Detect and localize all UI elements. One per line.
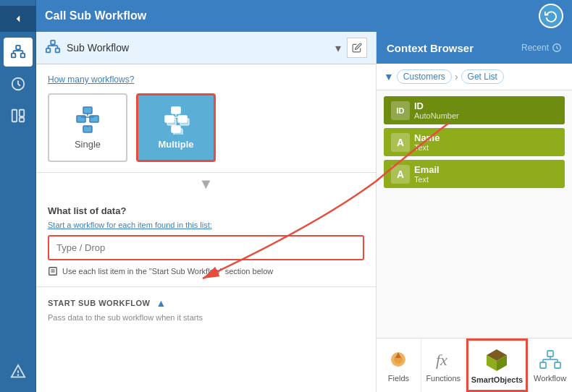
context-recent[interactable]: Recent bbox=[521, 43, 562, 53]
start-sub-header: START SUB WORKFLOW ▲ bbox=[48, 297, 364, 309]
context-item-id[interactable]: ID ID AutoNumber bbox=[384, 96, 565, 124]
svg-rect-25 bbox=[83, 107, 92, 114]
breadcrumb: ▼ Customers › Get List bbox=[377, 64, 572, 90]
name-icon: A bbox=[391, 133, 410, 152]
how-many-section: How many workflows? bbox=[36, 64, 376, 173]
start-sub-desc: Pass data to the sub workflow when it st… bbox=[48, 313, 364, 322]
id-icon: ID bbox=[391, 101, 410, 120]
single-label: Single bbox=[75, 139, 101, 150]
page-title: Call Sub Workflow bbox=[45, 9, 146, 22]
breadcrumb-arrow[interactable]: ▼ bbox=[384, 71, 394, 82]
sidebar-item-workflow[interactable] bbox=[4, 38, 33, 67]
svg-rect-39 bbox=[167, 119, 176, 125]
down-arrow: ▼ bbox=[36, 173, 376, 195]
what-list-section: What list of data? Start a workflow for … bbox=[36, 195, 376, 287]
svg-rect-2 bbox=[20, 54, 24, 58]
start-sub-title: START SUB WORKFLOW bbox=[48, 299, 150, 307]
multiple-label: Multiple bbox=[158, 139, 193, 150]
sub-workflow-edit-button[interactable] bbox=[347, 38, 367, 58]
use-each-note: Use each list item in the "Start Sub Wor… bbox=[48, 266, 364, 276]
toolbar-fields[interactable]: Fields bbox=[377, 338, 421, 392]
single-option[interactable]: Single bbox=[48, 93, 127, 162]
svg-rect-1 bbox=[16, 46, 20, 50]
multiple-option[interactable]: Multiple bbox=[136, 93, 216, 162]
svg-rect-10 bbox=[19, 110, 23, 116]
fields-label: Fields bbox=[388, 374, 409, 383]
svg-rect-41 bbox=[49, 268, 57, 276]
sidebar bbox=[0, 0, 36, 392]
id-field-type: AutoNumber bbox=[414, 111, 459, 120]
context-item-name[interactable]: A Name Text bbox=[384, 128, 565, 156]
left-panel: Sub Workflow ▾ How many workflows? bbox=[36, 32, 377, 392]
svg-rect-40 bbox=[180, 119, 189, 125]
breadcrumb-getlist[interactable]: Get List bbox=[461, 69, 504, 84]
sidebar-item-clock[interactable] bbox=[4, 69, 33, 98]
svg-rect-54 bbox=[555, 362, 560, 368]
id-field-name: ID bbox=[414, 101, 459, 111]
sidebar-toggle[interactable] bbox=[0, 6, 36, 32]
svg-rect-15 bbox=[51, 40, 55, 44]
sync-button[interactable] bbox=[539, 4, 563, 28]
workflow-label: Workflow bbox=[534, 374, 566, 383]
sub-workflow-dropdown[interactable]: Sub Workflow ▾ bbox=[67, 41, 341, 55]
sidebar-item-warning[interactable] bbox=[4, 357, 33, 386]
right-panel: Context Browser Recent ▼ Customers › Get… bbox=[377, 32, 572, 392]
header: Call Sub Workflow bbox=[36, 0, 572, 32]
email-field-type: Text bbox=[414, 175, 439, 184]
context-header: Context Browser Recent bbox=[377, 32, 572, 64]
email-icon: A bbox=[391, 165, 410, 184]
workflow-options: Single bbox=[48, 93, 364, 162]
what-list-title: What list of data? bbox=[48, 205, 364, 216]
svg-rect-16 bbox=[56, 48, 60, 52]
type-drop-input[interactable] bbox=[48, 235, 364, 260]
main-area: Call Sub Workflow bbox=[36, 0, 572, 392]
what-list-subtitle: Start a workflow for each item found in … bbox=[48, 221, 364, 229]
svg-rect-0 bbox=[11, 54, 15, 58]
context-items: ID ID AutoNumber A Name Text bbox=[377, 90, 572, 194]
toolbar-workflow[interactable]: Workflow bbox=[528, 338, 572, 392]
breadcrumb-customers[interactable]: Customers bbox=[397, 69, 452, 84]
sidebar-item-layers[interactable] bbox=[4, 101, 33, 130]
dropdown-arrow-icon: ▾ bbox=[335, 41, 341, 55]
content-split: Sub Workflow ▾ How many workflows? bbox=[36, 32, 572, 392]
svg-point-13 bbox=[17, 375, 18, 375]
how-many-label[interactable]: How many workflows? bbox=[48, 74, 364, 85]
name-field-name: Name bbox=[414, 132, 439, 143]
context-title: Context Browser bbox=[387, 42, 474, 54]
email-field-name: Email bbox=[414, 164, 439, 175]
svg-rect-53 bbox=[547, 351, 553, 357]
breadcrumb-separator: › bbox=[455, 71, 458, 82]
collapse-icon[interactable]: ▲ bbox=[156, 297, 166, 309]
svg-text:fx: fx bbox=[436, 351, 447, 369]
context-item-email[interactable]: A Email Text bbox=[384, 160, 565, 188]
svg-rect-33 bbox=[172, 107, 180, 114]
name-field-type: Text bbox=[414, 143, 439, 152]
toolbar-smartobjects[interactable]: SmartObjects bbox=[466, 338, 529, 392]
sub-workflow-icon bbox=[45, 39, 61, 57]
svg-rect-11 bbox=[19, 118, 23, 122]
svg-rect-38 bbox=[174, 129, 182, 135]
bottom-toolbar: Fields fx Functions bbox=[377, 338, 572, 392]
smartobjects-label: SmartObjects bbox=[471, 375, 523, 384]
svg-rect-14 bbox=[46, 48, 51, 52]
toolbar-functions[interactable]: fx Functions bbox=[421, 338, 466, 392]
sub-workflow-label: Sub Workflow bbox=[67, 42, 129, 54]
sub-workflow-bar: Sub Workflow ▾ bbox=[36, 32, 376, 64]
svg-rect-9 bbox=[12, 110, 16, 122]
start-sub-section: START SUB WORKFLOW ▲ Pass data to the su… bbox=[36, 287, 376, 332]
functions-label: Functions bbox=[426, 374, 460, 383]
svg-rect-52 bbox=[540, 362, 546, 368]
